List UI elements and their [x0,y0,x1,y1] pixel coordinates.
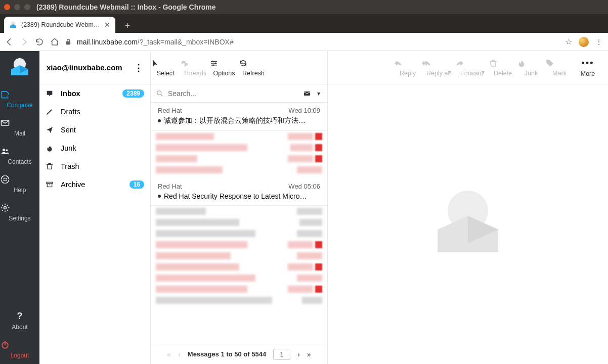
rail-logout[interactable]: Logout [0,336,39,364]
account-header: xiao@linuxbabe.com ⋮ [39,51,150,84]
search-row: ▾ [151,84,327,103]
trash-icon [46,162,55,170]
list-toolbar: Select Threads Options Refresh [151,51,327,84]
threads-icon [180,59,209,68]
extension-icon[interactable] [579,37,589,47]
nav-home-icon[interactable] [50,37,60,47]
rail-label: Compose [7,102,32,109]
folder-badge: 2389 [122,89,144,98]
toolbar-label: Reply all [426,70,451,77]
left-rail: Compose Mail Contacts Help Settings [0,51,39,364]
rail-about[interactable]: ? About [0,307,39,336]
folder-label: Archive [61,180,85,189]
folder-trash[interactable]: Trash [39,157,150,175]
rail-label: Help [14,187,26,194]
more-icon: ••• [574,58,602,68]
rail-help[interactable]: Help [0,170,39,199]
search-scope-icon[interactable] [303,89,311,98]
browser-tabstrip: (2389) Roundcube Webm… ✕ + [0,14,608,33]
folder-label: Inbox [61,89,80,98]
search-input[interactable] [168,89,299,98]
browser-menu-icon[interactable]: ⋮ [594,37,604,47]
nav-back-icon[interactable] [4,37,14,47]
unread-dot-icon [158,119,161,122]
pencil-icon [46,108,55,116]
toolbar-label: Select [157,70,175,77]
pager-page-input[interactable] [273,349,290,360]
rail-settings[interactable]: Settings [0,199,39,227]
pager-last-icon[interactable]: » [307,350,311,358]
folder-sent[interactable]: Sent [39,121,150,139]
toolbar-label: Reply [400,70,416,77]
toolbar-more[interactable]: ••• More [574,58,602,77]
message-item[interactable]: Red Hat Wed 05:06 Red Hat Security Respo… [151,178,327,206]
message-from: Red Hat [158,107,182,114]
message-subject: Red Hat Security Response to Latest Micr… [164,192,307,200]
compose-icon [0,89,39,100]
message-list-pane: Select Threads Options Refresh ▾ Red Hat… [151,51,328,364]
rail-compose[interactable]: Compose [0,85,39,114]
window-minimize-button[interactable] [14,4,20,10]
tab-close-icon[interactable]: ✕ [104,21,110,29]
rail-label: Mail [14,130,25,137]
toolbar-refresh[interactable]: Refresh [239,59,268,77]
nav-forward-icon [19,37,29,47]
message-subject: 诚邀参加：以开放混合云策略的技巧和方法… [164,116,306,125]
reply-icon [394,59,422,68]
message-date: Wed 10:09 [288,107,320,114]
preview-pane: Reply Reply all ▼ Forward ▼ Delete Junk [328,51,608,364]
archive-icon [46,180,55,189]
browser-tab[interactable]: (2389) Roundcube Webm… ✕ [4,17,115,33]
toolbar-label: More [581,70,595,77]
svg-rect-15 [304,92,310,96]
rail-mail[interactable]: Mail [0,114,39,142]
rail-label: Logout [11,352,29,359]
new-tab-button[interactable]: + [120,19,135,33]
cursor-icon [151,59,180,68]
bookmark-star-icon[interactable]: ☆ [563,37,574,47]
tls-lock-icon[interactable] [65,38,72,46]
rail-label: Contacts [8,158,31,165]
toolbar-select[interactable]: Select [151,59,180,77]
svg-point-7 [4,178,7,181]
message-list[interactable]: Red Hat Wed 10:09 诚邀参加：以开放混合云策略的技巧和方法… R… [151,103,327,344]
folder-label: Sent [61,126,76,134]
message-from: Red Hat [158,183,182,190]
window-close-button[interactable] [4,4,10,10]
address-bar[interactable]: mail.linuxbabe.com/?_task=mail&_mbox=INB… [77,38,558,46]
tag-icon [545,59,574,68]
account-menu-icon[interactable]: ⋮ [134,62,143,73]
folder-badge: 16 [129,180,144,189]
empty-preview [328,84,608,364]
url-host: mail.linuxbabe.com [77,38,138,46]
nav-reload-icon[interactable] [34,37,45,47]
toolbar-label: Threads [183,70,206,77]
toolbar-label: Refresh [242,70,265,77]
folder-drafts[interactable]: Drafts [39,103,150,121]
folder-inbox[interactable]: Inbox 2389 [39,84,150,103]
search-options-caret-icon[interactable]: ▾ [315,90,322,97]
roundcube-watermark-icon [425,181,511,267]
chevron-down-icon: ▼ [448,70,452,75]
rail-label: About [12,324,27,331]
fire-icon [46,144,55,152]
toolbar-label: Forward [460,70,484,77]
toolbar-label: Mark [552,70,567,77]
inbox-icon [46,89,55,98]
window-maximize-button[interactable] [24,4,30,10]
toolbar-label: Delete [494,70,512,77]
toolbar-label: Options [213,70,235,77]
svg-point-8 [4,207,7,209]
toolbar-options[interactable]: Options [209,59,239,77]
rail-contacts[interactable]: Contacts [0,142,39,170]
folder-archive[interactable]: Archive 16 [39,175,150,194]
pager: « ‹ Messages 1 to 50 of 5544 › » [151,344,327,364]
folder-pane: xiao@linuxbabe.com ⋮ Inbox 2389 Drafts S… [39,51,151,364]
browser-omnibar: mail.linuxbabe.com/?_task=mail&_mbox=INB… [0,33,608,51]
help-icon [0,174,39,185]
message-item[interactable]: Red Hat Wed 10:09 诚邀参加：以开放混合云策略的技巧和方法… [151,103,327,131]
redacted-block [151,131,327,178]
pager-next-icon[interactable]: › [297,350,300,358]
folder-junk[interactable]: Junk [39,139,150,157]
toolbar-threads: Threads [180,59,209,77]
